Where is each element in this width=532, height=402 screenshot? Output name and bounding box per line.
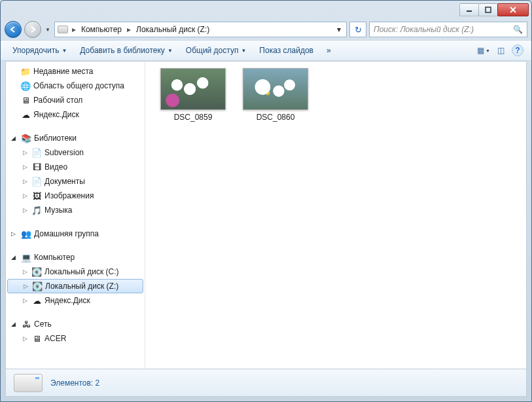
- globe-icon: 🌐: [20, 81, 31, 91]
- view-mode-button[interactable]: ▦▼: [476, 43, 491, 58]
- help-button[interactable]: ?: [510, 43, 525, 58]
- network-icon: 🖧: [21, 319, 31, 329]
- expand-icon[interactable]: ◢: [11, 135, 18, 141]
- preview-pane-icon: ◫: [497, 46, 505, 55]
- expand-icon[interactable]: ▷: [22, 178, 29, 185]
- sidebar-item-recent[interactable]: 📁Недавние места: [6, 64, 145, 79]
- history-dropdown[interactable]: ▼: [45, 27, 50, 33]
- close-button[interactable]: [497, 3, 529, 16]
- minimize-button[interactable]: [459, 3, 479, 16]
- sidebar-group-homegroup[interactable]: ▷👥Домашняя группа: [6, 227, 145, 241]
- expand-icon[interactable]: ▷: [22, 149, 29, 156]
- nav-row: ▼ ▸ Компьютер ▸ Локальный диск (Z:) ▾ ↻ …: [1, 19, 531, 40]
- drive-icon: [58, 26, 68, 33]
- maximize-button[interactable]: [478, 3, 498, 16]
- sidebar-item-documents[interactable]: ▷📄Документы: [6, 174, 145, 189]
- tree-label: Музыка: [44, 206, 72, 215]
- address-bar[interactable]: ▸ Компьютер ▸ Локальный диск (Z:) ▾: [54, 22, 347, 37]
- svg-rect-1: [486, 7, 491, 12]
- sidebar-item-videos[interactable]: ▷🎞Видео: [6, 160, 145, 174]
- tree-label: Сеть: [34, 320, 52, 329]
- file-thumbnail: [160, 68, 226, 110]
- status-elements-count: Элементов: 2: [50, 378, 99, 388]
- tree-label: Видео: [44, 162, 67, 172]
- arrow-left-icon: [9, 26, 17, 33]
- more-button[interactable]: »: [321, 43, 336, 58]
- expand-icon[interactable]: ◢: [11, 321, 18, 327]
- slideshow-label: Показ слайдов: [259, 46, 313, 55]
- navigation-pane[interactable]: 📁Недавние места 🌐Область общего доступа …: [6, 62, 145, 369]
- expand-icon[interactable]: ▷: [22, 207, 29, 213]
- file-name: DSC_0860: [257, 113, 295, 122]
- drive-icon: 💽: [31, 266, 42, 277]
- expand-icon[interactable]: ▷: [22, 192, 29, 199]
- tree-label: Библиотеки: [34, 134, 77, 143]
- file-list[interactable]: DSC_0859 DSC_0860: [149, 62, 526, 369]
- sidebar-item-public[interactable]: 🌐Область общего доступа: [6, 79, 145, 93]
- cloud-icon: ☁: [20, 109, 31, 120]
- expand-icon[interactable]: ▷: [22, 283, 29, 289]
- more-label: »: [327, 46, 331, 55]
- toolbar: Упорядочить▼ Добавить в библиотеку▼ Общи…: [1, 40, 531, 61]
- expand-icon[interactable]: ▷: [22, 268, 29, 275]
- sidebar-group-libraries[interactable]: ◢📚Библиотеки: [6, 131, 145, 145]
- drive-icon: [14, 374, 43, 392]
- libraries-icon: 📚: [21, 133, 31, 143]
- breadcrumb-computer[interactable]: Компьютер: [77, 22, 126, 37]
- sidebar-item-music[interactable]: ▷🎵Музыка: [6, 203, 145, 217]
- tree-label: Документы: [44, 177, 85, 186]
- tree-label: Subversion: [44, 148, 84, 157]
- sidebar-item-pictures[interactable]: ▷🖼Изображения: [6, 189, 145, 203]
- expand-icon[interactable]: ▷: [22, 335, 29, 342]
- cloud-icon: ☁: [31, 295, 42, 306]
- tree-label: Изображения: [44, 191, 94, 200]
- refresh-button[interactable]: ↻: [349, 22, 366, 37]
- computer-icon: 🖥: [31, 333, 42, 344]
- desktop-icon: 🖥: [20, 95, 31, 105]
- preview-pane-button[interactable]: ◫: [493, 43, 508, 58]
- breadcrumb-drive[interactable]: Локальный диск (Z:): [132, 22, 213, 37]
- search-icon: 🔍: [513, 25, 523, 34]
- sidebar-item-yandex-drive[interactable]: ▷☁Яндекс.Диск: [6, 293, 145, 308]
- expand-icon[interactable]: ▷: [22, 164, 29, 170]
- sidebar-item-desktop[interactable]: 🖥Рабочий стол: [6, 93, 145, 107]
- sidebar-item-drive-z[interactable]: ▷💽Локальный диск (Z:): [7, 279, 143, 293]
- sidebar-group-computer[interactable]: ◢💻Компьютер: [6, 250, 145, 265]
- back-button[interactable]: [5, 21, 22, 38]
- help-icon: ?: [512, 45, 523, 56]
- share-button[interactable]: Общий доступ▼: [181, 43, 252, 58]
- sidebar-item-yandex-disk[interactable]: ☁Яндекс.Диск: [6, 107, 145, 122]
- address-dropdown[interactable]: ▾: [332, 25, 346, 34]
- video-icon: 🎞: [31, 162, 42, 172]
- tree-label: Рабочий стол: [33, 96, 82, 105]
- homegroup-icon: 👥: [21, 228, 31, 239]
- sidebar-item-network-acer[interactable]: ▷🖥ACER: [6, 331, 145, 346]
- slideshow-button[interactable]: Показ слайдов: [254, 43, 319, 58]
- forward-button[interactable]: [24, 21, 41, 38]
- computer-icon: 💻: [21, 252, 31, 263]
- status-bar: Элементов: 2: [5, 369, 527, 397]
- chevron-down-icon: ▼: [486, 48, 490, 53]
- sidebar-item-subversion[interactable]: ▷📄Subversion: [6, 145, 145, 160]
- organize-label: Упорядочить: [12, 46, 59, 55]
- chevron-down-icon: ▼: [168, 48, 173, 54]
- expand-icon[interactable]: ▷: [11, 230, 18, 237]
- sidebar-group-network[interactable]: ◢🖧Сеть: [6, 317, 145, 331]
- doc-icon: 📄: [31, 176, 42, 187]
- tree-label: Локальный диск (C:): [44, 267, 119, 276]
- view-icon: ▦: [477, 46, 484, 55]
- expand-icon[interactable]: ▷: [22, 297, 29, 304]
- add-to-library-button[interactable]: Добавить в библиотеку▼: [75, 43, 177, 58]
- organize-button[interactable]: Упорядочить▼: [7, 43, 72, 58]
- breadcrumb-sep-icon: ▸: [126, 25, 132, 34]
- file-item[interactable]: DSC_0860: [240, 68, 311, 122]
- expand-icon[interactable]: ◢: [11, 254, 18, 261]
- doc-icon: 📄: [31, 147, 42, 158]
- search-placeholder: Поиск: Локальный диск (Z:): [374, 25, 474, 34]
- body: 📁Недавние места 🌐Область общего доступа …: [5, 61, 527, 369]
- sidebar-item-drive-c[interactable]: ▷💽Локальный диск (C:): [6, 265, 145, 279]
- file-item[interactable]: DSC_0859: [158, 68, 228, 122]
- tree-label: Область общего доступа: [33, 81, 124, 90]
- tree-label: Компьютер: [34, 253, 75, 262]
- search-input[interactable]: Поиск: Локальный диск (Z:) 🔍: [369, 22, 527, 37]
